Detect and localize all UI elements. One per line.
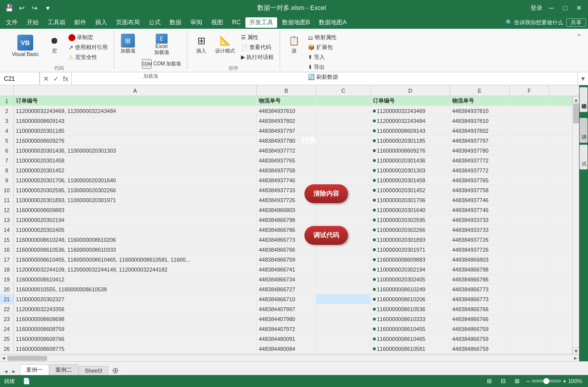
cell-23-e[interactable]: 448384866766 [450, 314, 510, 324]
cell-16-f[interactable] [510, 245, 549, 254]
row-num-18[interactable]: 18 [0, 265, 13, 275]
cell-14-d[interactable]: 1100000020302266 [371, 225, 450, 234]
cell-13-c[interactable] [316, 215, 371, 224]
cell-17-e[interactable]: 448384866803 [450, 255, 510, 264]
row-num-2[interactable]: 2 [0, 106, 13, 116]
row-num-10[interactable]: 10 [0, 185, 13, 195]
refresh-data-button[interactable]: 🔄 刷新数据 [306, 72, 340, 82]
cell-13-e[interactable]: 448384933733 [450, 215, 510, 224]
cell-23-d[interactable]: 1160000008610333 [371, 314, 450, 324]
cell-26-b[interactable]: 448384480084 [257, 344, 316, 353]
cell-10-e[interactable]: 448384937758 [450, 185, 510, 195]
cell-17-b[interactable]: 448384866759 [257, 255, 316, 264]
cell-26-c[interactable] [316, 344, 371, 353]
cell-9-c[interactable] [316, 175, 371, 185]
cell-7-c[interactable] [316, 156, 371, 165]
scroll-down-button[interactable]: ▼ [573, 347, 579, 354]
map-props-button[interactable]: 🗂 映射属性 [306, 33, 340, 42]
cell-6-f[interactable] [510, 146, 549, 155]
row-num-4[interactable]: 4 [0, 126, 13, 136]
cell-25-b[interactable]: 448384480091 [257, 334, 316, 343]
cell-19-b[interactable]: 448384866734 [257, 275, 316, 284]
cell-21-a[interactable]: 1100000020302327 [14, 294, 257, 304]
cell-12-d[interactable]: 1100000020301640 [371, 205, 450, 215]
macro-button[interactable]: ⏺ 宏 [45, 33, 64, 55]
menu-insert[interactable]: 插入 [91, 17, 111, 28]
sheet-tab-2[interactable]: Sheet3 [78, 366, 109, 375]
cell-3-d[interactable]: 1120000032243484 [371, 116, 450, 125]
view-normal-button[interactable]: ⊞ [484, 377, 494, 385]
customize-button[interactable]: ▾ [43, 3, 53, 13]
cell-9-b[interactable]: 448384937746 [257, 175, 316, 185]
formula-expand-button[interactable]: ▼ [578, 75, 588, 82]
cell-6-c[interactable] [316, 146, 371, 155]
view-code-button[interactable]: 📄 查看代码 [239, 43, 276, 52]
cell-24-e[interactable]: 448384866759 [450, 324, 510, 333]
cell-26-e[interactable]: 448384866759 [450, 344, 510, 353]
cell-13-d[interactable]: 1100000020302595 [371, 215, 450, 224]
cell-23-b[interactable]: 448384407980 [257, 314, 316, 324]
macro-security-button[interactable]: ⚠ 宏安全性 [66, 53, 110, 62]
cell-21-f[interactable] [510, 294, 549, 304]
menu-file[interactable]: 文件 [2, 17, 22, 28]
cell-26-d[interactable]: 1160000008610581 [371, 344, 450, 353]
xml-source-button[interactable]: 📋 源 [284, 33, 304, 55]
col-header-e[interactable]: E [450, 85, 510, 96]
header-cell-a[interactable]: 订单编号 [14, 96, 257, 106]
save-button[interactable]: 💾 [4, 3, 14, 13]
zoom-in-button[interactable]: + [563, 377, 567, 385]
menu-page-layout[interactable]: 页面布局 [112, 17, 144, 28]
cell-21-d[interactable]: 1160000008610206 [371, 294, 450, 304]
cell-8-c[interactable] [316, 166, 371, 175]
cell-16-e[interactable]: 448384937726 [450, 245, 510, 254]
cell-5-d[interactable]: 1100000020301185 [371, 136, 450, 145]
cell-2-c[interactable] [316, 106, 371, 115]
cell-14-e[interactable]: 448384933733 [450, 225, 510, 234]
cell-reference[interactable]: C21 [0, 72, 40, 85]
cell-25-d[interactable]: 1160000008610465 [371, 334, 450, 343]
row-num-21[interactable]: 21 [0, 294, 13, 304]
sidebar-tab-2[interactable]: 调 [580, 118, 588, 143]
cell-6-a[interactable]: 1100000020301436, 1100000020301303 [14, 146, 257, 155]
cell-27-f[interactable] [510, 354, 549, 354]
cell-25-c[interactable] [316, 334, 371, 343]
cell-2-f[interactable] [510, 106, 549, 115]
row-num-11[interactable]: 11 [0, 195, 13, 205]
relative-ref-button[interactable]: ↗ 使用相对引用 [66, 43, 110, 52]
excel-addins-button[interactable]: E Excel加载项 [140, 33, 183, 57]
cell-7-f[interactable] [510, 156, 549, 165]
row-num-7[interactable]: 7 [0, 156, 13, 166]
sheet-prev-button[interactable]: ◄ [2, 367, 10, 375]
cell-23-f[interactable] [510, 314, 549, 324]
cell-20-e[interactable]: 448384866773 [450, 284, 510, 294]
cell-10-d[interactable]: 1100000020301452 [371, 185, 450, 195]
cell-8-f[interactable] [510, 166, 549, 175]
cell-15-f[interactable] [510, 235, 549, 244]
cell-16-a[interactable]: 1160000008610536, 1160000008610333 [14, 245, 257, 254]
row-num-19[interactable]: 19 [0, 275, 13, 284]
cell-8-b[interactable]: 448384937758 [257, 166, 316, 175]
cell-4-f[interactable] [510, 126, 549, 135]
confirm-formula-icon[interactable]: ✓ [52, 75, 60, 83]
cell-18-e[interactable]: 448384866798 [450, 265, 510, 274]
h-scroll-track[interactable] [7, 355, 572, 361]
debug-button[interactable]: 调试代码 [304, 226, 348, 245]
cell-5-c[interactable] [316, 136, 371, 145]
cell-22-f[interactable] [510, 304, 549, 314]
cell-5-e[interactable]: 448384937797 [450, 136, 510, 145]
scroll-left-button[interactable]: ◄ [0, 355, 7, 362]
cell-6-d[interactable]: 1160000008609276 [371, 146, 450, 155]
col-header-f[interactable]: F [510, 85, 549, 96]
properties-button[interactable]: ☰ 属性 [239, 33, 276, 42]
cell-9-a[interactable]: 1100000020301706, 1100000020301640 [14, 175, 257, 185]
cell-3-e[interactable]: 448384937810 [450, 116, 510, 125]
zoom-slider[interactable] [531, 380, 561, 383]
record-macro-button[interactable]: 录制宏 [66, 33, 110, 42]
zoom-out-button[interactable]: − [526, 377, 530, 385]
cell-10-f[interactable] [510, 185, 549, 195]
cell-2-d[interactable]: 1120000032243469 [371, 106, 450, 115]
cell-22-d[interactable]: 1160000008610536 [371, 304, 450, 314]
cell-12-a[interactable]: 1160000008609883 [14, 205, 257, 215]
menu-mail[interactable]: 邮件 [70, 17, 90, 28]
menu-formula[interactable]: 公式 [145, 17, 165, 28]
